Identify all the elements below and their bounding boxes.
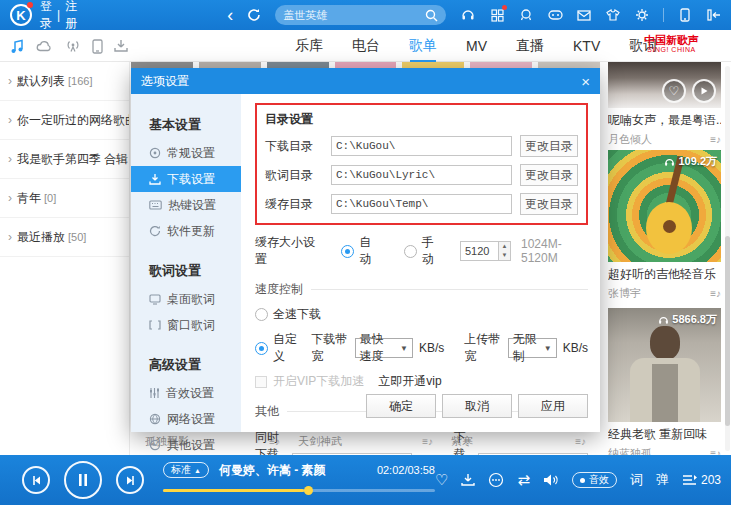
local-music-icon[interactable]: [10, 39, 25, 54]
card-author[interactable]: 月色倾人: [608, 132, 652, 147]
cancel-button[interactable]: 取消: [442, 394, 512, 418]
sidebar-item-recent[interactable]: › 最近播放 [50]: [0, 218, 129, 257]
download-song-icon[interactable]: [461, 473, 475, 487]
radio-selected-icon[interactable]: [255, 342, 268, 355]
menu-item-hotkey[interactable]: 热键设置: [131, 192, 241, 218]
vip-activate-link[interactable]: 立即开通vip: [378, 373, 441, 390]
sidebar-item-default-list[interactable]: › 默认列表 [166]: [0, 62, 129, 101]
vip-checkbox[interactable]: [255, 376, 267, 388]
scrollbar-thumb[interactable]: [725, 236, 730, 426]
play-circle-icon[interactable]: [692, 79, 716, 103]
card-cover-image[interactable]: 5866.8万: [608, 308, 721, 422]
music-list-icon[interactable]: ≡♪: [710, 134, 721, 145]
sidebar-item-singer-s4[interactable]: › 我是歌手第四季 合辑 [124: [0, 140, 129, 179]
mail-icon[interactable]: [576, 7, 592, 23]
cache-dir-input[interactable]: [331, 194, 512, 214]
up-bandwidth-select[interactable]: 无限制 ▼: [508, 338, 557, 358]
menu-item-general[interactable]: 常规设置: [131, 140, 241, 166]
menu-item-update[interactable]: 软件更新: [131, 218, 241, 244]
play-order-icon[interactable]: ⇄: [517, 471, 530, 489]
favorite-heart-icon[interactable]: ♡: [662, 79, 686, 103]
vertical-scrollbar[interactable]: [725, 66, 730, 451]
kugou-logo[interactable]: K: [10, 4, 32, 26]
progress-bar[interactable]: [163, 489, 435, 492]
refresh-icon[interactable]: [247, 8, 261, 22]
mobile-icon[interactable]: [677, 7, 693, 23]
custom-speed-radio[interactable]: 自定义: [255, 331, 297, 365]
card-author[interactable]: 张博宇: [608, 286, 641, 301]
recommend-card-3[interactable]: 5866.8万 经典老歌 重新回味 纳蓝独孤 ≡♪: [608, 308, 721, 455]
danmu-toggle[interactable]: 弹: [656, 471, 669, 489]
radio-unselected-icon[interactable]: [404, 245, 417, 258]
menu-item-window-lyrics[interactable]: 窗口歌词: [131, 312, 241, 338]
spinner-up-icon[interactable]: ▲: [499, 242, 510, 251]
download-dir-input[interactable]: [331, 136, 512, 156]
card-cover-image[interactable]: 109.2万: [608, 150, 721, 262]
tab-playlist[interactable]: 歌单: [409, 37, 437, 55]
quality-selector[interactable]: 标准 ▲: [163, 462, 209, 478]
volume-icon[interactable]: [543, 473, 559, 487]
settings-gear-icon[interactable]: [634, 7, 650, 23]
sing-china-brand[interactable]: 中国新歌声 SING! CHINA: [644, 34, 699, 54]
sound-effect-toggle[interactable]: 音效: [572, 472, 617, 488]
search-input[interactable]: [283, 9, 425, 21]
change-download-dir-button[interactable]: 更改目录: [520, 135, 578, 157]
listen-recognize-icon[interactable]: [460, 7, 476, 23]
search-icon[interactable]: [425, 9, 438, 22]
card-title[interactable]: 超好听的吉他轻音乐: [608, 266, 721, 283]
now-playing-title[interactable]: 何曼婷、许嵩 - 素颜: [219, 462, 326, 479]
ok-button[interactable]: 确定: [366, 394, 436, 418]
menu-item-download[interactable]: 下载设置: [131, 166, 241, 192]
tab-live[interactable]: 直播: [516, 37, 544, 55]
recommend-card-2[interactable]: 109.2万 超好听的吉他轻音乐 张博宇 ≡♪: [608, 150, 721, 301]
card-cover-image[interactable]: ♡: [608, 62, 721, 108]
change-cache-dir-button[interactable]: 更改目录: [520, 193, 578, 215]
device-transfer-icon[interactable]: [92, 39, 103, 54]
menu-item-network[interactable]: 网络设置: [131, 406, 241, 432]
apply-button[interactable]: 应用: [518, 394, 588, 418]
change-lyric-dir-button[interactable]: 更改目录: [520, 164, 578, 186]
spinner-down-icon[interactable]: ▼: [499, 251, 510, 260]
lyrics-toggle[interactable]: 词: [630, 471, 643, 489]
radio-unselected-icon[interactable]: [255, 308, 268, 321]
card-author[interactable]: 纳蓝独孤: [608, 446, 652, 455]
cache-auto-radio[interactable]: 自动: [341, 234, 377, 268]
dialog-close-icon[interactable]: ×: [581, 73, 590, 90]
more-options-icon[interactable]: [488, 472, 504, 488]
card-title[interactable]: 经典老歌 重新回味: [608, 426, 721, 443]
cache-manual-radio[interactable]: 手动: [404, 234, 440, 268]
login-link[interactable]: 登录: [40, 0, 52, 32]
next-track-button[interactable]: [116, 466, 144, 494]
game-icon[interactable]: [547, 7, 563, 23]
favorite-heart-icon[interactable]: ♡: [435, 471, 448, 489]
music-list-icon[interactable]: ≡♪: [710, 288, 721, 299]
card-title[interactable]: 呢喃女声，最是粤语...: [608, 112, 721, 129]
menu-item-desktop-lyrics[interactable]: 桌面歌词: [131, 286, 241, 312]
dialog-header[interactable]: 选项设置 ×: [131, 68, 600, 94]
cloud-music-icon[interactable]: [36, 40, 53, 52]
music-list-icon[interactable]: ≡♪: [710, 448, 721, 455]
search-box[interactable]: [275, 5, 446, 25]
cache-size-input[interactable]: [460, 241, 498, 261]
menu-item-sound-effect[interactable]: 音效设置: [131, 380, 241, 406]
progress-knob[interactable]: [304, 486, 313, 495]
back-icon[interactable]: ‹: [227, 6, 233, 24]
down-bandwidth-select[interactable]: 最快速度 ▼: [355, 338, 413, 358]
tab-mv[interactable]: MV: [466, 38, 487, 54]
sidebar-item-youth[interactable]: › 青年 [0]: [0, 179, 129, 218]
register-link[interactable]: 注册: [65, 0, 77, 32]
download-manager-icon[interactable]: [114, 39, 128, 53]
live-show-icon[interactable]: [518, 7, 534, 23]
apps-grid-icon[interactable]: [489, 7, 505, 23]
radio-icon[interactable]: [65, 39, 81, 53]
previous-track-button[interactable]: [22, 466, 50, 494]
recommend-card-1[interactable]: ♡ 呢喃女声，最是粤语... 月色倾人 ≡♪: [608, 62, 721, 147]
pause-button[interactable]: [64, 461, 102, 499]
tab-music-library[interactable]: 乐库: [295, 37, 323, 55]
tab-radio[interactable]: 电台: [352, 37, 380, 55]
sidebar-item-network-songs[interactable]: › 你一定听过的网络歌曲 [20: [0, 101, 129, 140]
lyric-dir-input[interactable]: [331, 165, 512, 185]
play-queue-button[interactable]: 203: [682, 473, 721, 487]
full-speed-radio[interactable]: 全速下载: [255, 306, 321, 323]
tab-ktv[interactable]: KTV: [573, 38, 600, 54]
